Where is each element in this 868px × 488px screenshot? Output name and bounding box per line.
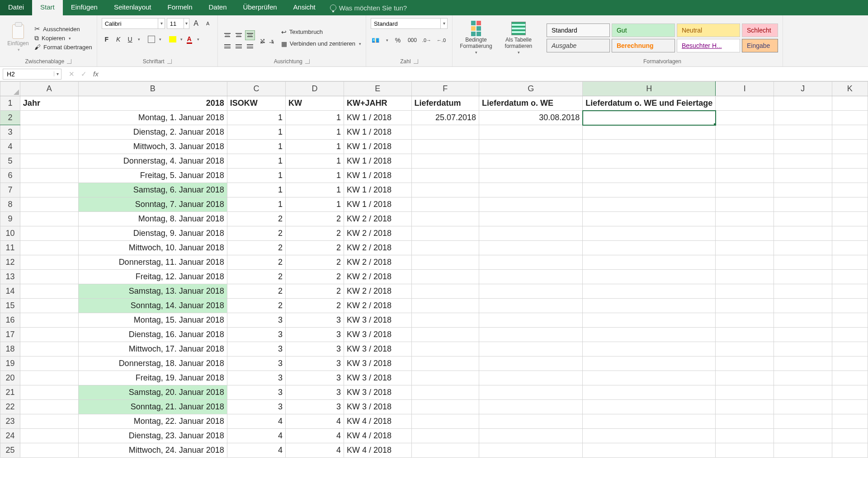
cell-A22[interactable] <box>20 400 78 414</box>
row-header-2[interactable]: 2 <box>0 111 20 125</box>
cell-G15[interactable] <box>479 299 583 313</box>
cell-B10[interactable]: Dienstag, 9. Januar 2018 <box>78 226 227 241</box>
cell-J8[interactable] <box>774 197 832 212</box>
cell-K10[interactable] <box>832 226 868 241</box>
cell-B9[interactable]: Montag, 8. Januar 2018 <box>78 212 227 226</box>
column-header-B[interactable]: B <box>78 82 227 96</box>
cell-H20[interactable] <box>583 371 716 385</box>
column-header-E[interactable]: E <box>344 82 412 96</box>
cell-K23[interactable] <box>832 414 868 429</box>
cell-D20[interactable]: 3 <box>286 371 344 385</box>
cell-B4[interactable]: Mittwoch, 3. Januar 2018 <box>78 140 227 154</box>
cell-B13[interactable]: Freitag, 12. Januar 2018 <box>78 270 227 284</box>
tab-file[interactable]: Datei <box>0 0 32 15</box>
select-all-corner[interactable] <box>0 82 20 96</box>
number-format-input[interactable] <box>371 20 440 27</box>
cell-D2[interactable]: 1 <box>286 111 344 125</box>
insert-function-button[interactable]: fx <box>93 70 99 78</box>
cell-J24[interactable] <box>774 429 832 443</box>
row-header-16[interactable]: 16 <box>0 313 20 328</box>
shrink-font-button[interactable]: A <box>203 19 213 28</box>
cell-K7[interactable] <box>832 183 868 197</box>
cell-A7[interactable] <box>20 183 78 197</box>
style-standard[interactable]: Standard <box>547 23 610 37</box>
cell-G6[interactable] <box>479 169 583 183</box>
cell-I1[interactable] <box>716 96 774 111</box>
cell-G4[interactable] <box>479 140 583 154</box>
column-header-G[interactable]: G <box>479 82 583 96</box>
cell-I20[interactable] <box>716 371 774 385</box>
cell-E22[interactable]: KW 3 / 2018 <box>344 400 412 414</box>
cell-F24[interactable] <box>411 429 479 443</box>
cell-K1[interactable] <box>832 96 868 111</box>
cell-A18[interactable] <box>20 342 78 357</box>
name-box[interactable]: ▾ <box>3 69 61 80</box>
tab-start[interactable]: Start <box>32 0 63 15</box>
cell-F21[interactable] <box>411 385 479 400</box>
column-header-J[interactable]: J <box>774 82 832 96</box>
accounting-format-button[interactable]: 💶 <box>371 35 381 45</box>
cell-J9[interactable] <box>774 212 832 226</box>
cell-F5[interactable] <box>411 154 479 169</box>
cell-J2[interactable] <box>774 111 832 125</box>
cell-C22[interactable]: 3 <box>227 400 285 414</box>
font-size-combo[interactable]: ▾ <box>167 18 189 29</box>
cell-I19[interactable] <box>716 357 774 371</box>
cell-H12[interactable] <box>583 255 716 270</box>
cell-A16[interactable] <box>20 313 78 328</box>
font-name-dropdown-icon[interactable]: ▾ <box>158 19 164 28</box>
cell-B18[interactable]: Mittwoch, 17. Januar 2018 <box>78 342 227 357</box>
cell-A6[interactable] <box>20 169 78 183</box>
cell-C18[interactable]: 3 <box>227 342 285 357</box>
font-size-input[interactable] <box>167 20 184 27</box>
cell-G1[interactable]: Lieferdatum o. WE <box>479 96 583 111</box>
cell-B21[interactable]: Samstag, 20. Januar 2018 <box>78 385 227 400</box>
cell-D5[interactable]: 1 <box>286 154 344 169</box>
row-header-17[interactable]: 17 <box>0 328 20 342</box>
cell-H6[interactable] <box>583 169 716 183</box>
cell-E14[interactable]: KW 2 / 2018 <box>344 284 412 299</box>
cell-A23[interactable] <box>20 414 78 429</box>
cell-C2[interactable]: 1 <box>227 111 285 125</box>
cell-D8[interactable]: 1 <box>286 197 344 212</box>
cell-B5[interactable]: Donnerstag, 4. Januar 2018 <box>78 154 227 169</box>
cell-A1[interactable]: Jahr <box>20 96 78 111</box>
cell-K11[interactable] <box>832 241 868 255</box>
cell-A21[interactable] <box>20 385 78 400</box>
cell-B20[interactable]: Freitag, 19. Januar 2018 <box>78 371 227 385</box>
row-header-12[interactable]: 12 <box>0 255 20 270</box>
row-header-25[interactable]: 25 <box>0 443 20 458</box>
cell-I3[interactable] <box>716 125 774 140</box>
cell-I14[interactable] <box>716 284 774 299</box>
cell-E20[interactable]: KW 3 / 2018 <box>344 371 412 385</box>
cell-F1[interactable]: Lieferdatum <box>411 96 479 111</box>
cell-E12[interactable]: KW 2 / 2018 <box>344 255 412 270</box>
cell-I13[interactable] <box>716 270 774 284</box>
cell-C13[interactable]: 2 <box>227 270 285 284</box>
cell-G24[interactable] <box>479 429 583 443</box>
cell-C15[interactable]: 2 <box>227 299 285 313</box>
row-header-15[interactable]: 15 <box>0 299 20 313</box>
cell-G22[interactable] <box>479 400 583 414</box>
cell-F9[interactable] <box>411 212 479 226</box>
cell-E5[interactable]: KW 1 / 2018 <box>344 154 412 169</box>
name-box-dropdown-icon[interactable]: ▾ <box>54 71 61 76</box>
cell-H5[interactable] <box>583 154 716 169</box>
row-header-3[interactable]: 3 <box>0 125 20 140</box>
cell-A15[interactable] <box>20 299 78 313</box>
formula-input[interactable] <box>103 69 868 80</box>
cell-E25[interactable]: KW 4 / 2018 <box>344 443 412 458</box>
cell-K20[interactable] <box>832 371 868 385</box>
cell-K2[interactable] <box>832 111 868 125</box>
cell-B2[interactable]: Montag, 1. Januar 2018 <box>78 111 227 125</box>
cell-D22[interactable]: 3 <box>286 400 344 414</box>
cell-K17[interactable] <box>832 328 868 342</box>
increase-decimal-button[interactable]: .0→ <box>422 35 432 45</box>
grow-font-button[interactable]: A <box>191 19 201 28</box>
merge-dropdown-icon[interactable]: ▾ <box>359 42 361 46</box>
cell-C5[interactable]: 1 <box>227 154 285 169</box>
column-header-F[interactable]: F <box>411 82 479 96</box>
cell-F4[interactable] <box>411 140 479 154</box>
font-size-dropdown-icon[interactable]: ▾ <box>184 19 189 28</box>
underline-button[interactable]: U <box>125 34 135 44</box>
